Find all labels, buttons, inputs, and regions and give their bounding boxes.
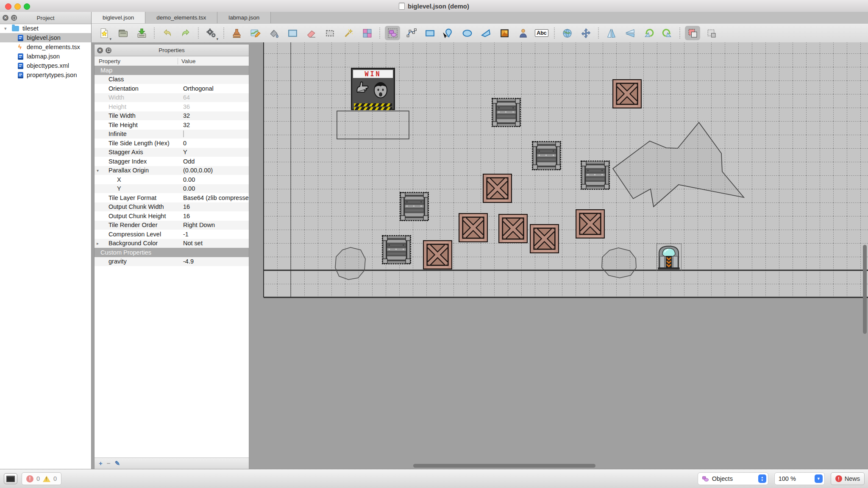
- wood-crate-tile[interactable]: [423, 240, 452, 269]
- shape-fill-button[interactable]: [285, 26, 300, 40]
- metal-crate-tile[interactable]: [532, 141, 561, 170]
- property-row-Stagger Index[interactable]: Stagger IndexOdd: [95, 157, 249, 166]
- float-icon[interactable]: [106, 47, 111, 53]
- insert-point-button[interactable]: [441, 26, 456, 40]
- property-value[interactable]: 16: [179, 203, 249, 210]
- tab-labmap.json[interactable]: labmap.json: [217, 12, 271, 23]
- property-row-Tile Width[interactable]: Tile Width32: [95, 111, 249, 121]
- property-value[interactable]: (0.00,0.00): [179, 167, 249, 174]
- property-value[interactable]: 32: [179, 112, 249, 119]
- wood-crate-tile[interactable]: [530, 224, 559, 253]
- zoom-dropdown[interactable]: 100 % ▼: [774, 472, 825, 485]
- news-button[interactable]: ! News: [831, 472, 865, 485]
- wood-crate-tile[interactable]: [612, 79, 642, 108]
- property-row-Height[interactable]: Height36: [95, 102, 249, 111]
- select-same-tile-button[interactable]: [359, 26, 375, 40]
- tree-item-objecttypes.xml[interactable]: objecttypes.xml: [0, 61, 91, 70]
- property-row-Output Chunk Height[interactable]: Output Chunk Height16: [95, 211, 249, 221]
- property-value[interactable]: Not set: [179, 240, 249, 247]
- rect-select-button[interactable]: [322, 26, 337, 40]
- property-row-Tile Layer Format[interactable]: Tile Layer FormatBase64 (zlib compresse…: [95, 193, 249, 202]
- insert-template-button[interactable]: [515, 26, 531, 40]
- wood-crate-tile[interactable]: [498, 214, 528, 243]
- property-value[interactable]: [179, 130, 249, 137]
- terrain-brush-button[interactable]: [248, 26, 263, 40]
- chevron-right-icon[interactable]: ▸: [95, 241, 103, 246]
- property-value[interactable]: 36: [179, 103, 249, 110]
- tab-demo_elements.tsx[interactable]: demo_elements.tsx: [145, 12, 217, 23]
- tree-item-tileset[interactable]: ▾tileset: [0, 24, 91, 33]
- insert-ellipse-button[interactable]: [459, 26, 475, 40]
- tree-item-labmap.json[interactable]: labmap.json: [0, 52, 91, 61]
- property-row-Infinite[interactable]: Infinite: [95, 130, 249, 139]
- redo-button[interactable]: [178, 26, 193, 40]
- edit-property-button[interactable]: ✎: [115, 460, 120, 467]
- close-icon[interactable]: ✕: [3, 15, 8, 21]
- wood-crate-tile[interactable]: [459, 213, 488, 242]
- new-file-button[interactable]: ▾: [97, 26, 112, 40]
- property-row-Compression Level[interactable]: Compression Level-1: [95, 230, 249, 239]
- property-row-Background Color[interactable]: ▸Background ColorNot set: [95, 239, 249, 248]
- tree-item-biglevel.json[interactable]: biglevel.json: [0, 33, 91, 42]
- property-value[interactable]: -1: [179, 231, 249, 238]
- property-row-Orientation[interactable]: OrientationOrthogonal: [95, 84, 249, 93]
- edit-polygons-button[interactable]: [403, 26, 419, 40]
- property-row-Tile Height[interactable]: Tile Height32: [95, 120, 249, 130]
- stamp-brush-button[interactable]: [229, 26, 244, 40]
- float-icon[interactable]: [11, 15, 17, 21]
- layer-selector-dropdown[interactable]: Objects ▲▼: [698, 472, 768, 485]
- property-value[interactable]: 0: [179, 140, 249, 147]
- property-value[interactable]: 32: [179, 122, 249, 128]
- tree-item-demo_elements.tsx[interactable]: demo_elements.tsx: [0, 42, 91, 52]
- property-value[interactable]: 0.00: [179, 176, 249, 183]
- move-maps-button[interactable]: [578, 26, 593, 40]
- ellipse-object-2[interactable]: [602, 248, 636, 278]
- metal-crate-tile[interactable]: [581, 161, 610, 190]
- property-value[interactable]: -4.9: [179, 258, 249, 265]
- vertical-scrollbar[interactable]: [863, 245, 867, 334]
- portal-tile[interactable]: [658, 245, 680, 271]
- automapping-button[interactable]: ▾: [203, 26, 219, 40]
- property-row-Class[interactable]: Class: [95, 75, 249, 84]
- select-objects-button[interactable]: [385, 26, 400, 40]
- property-row-Tile Side Length (Hex)[interactable]: Tile Side Length (Hex)0: [95, 139, 249, 148]
- property-value[interactable]: 0.00: [179, 185, 249, 192]
- issues-counter[interactable]: ! 0 0: [22, 472, 61, 485]
- metal-crate-tile[interactable]: [400, 192, 429, 221]
- tab-biglevel.json[interactable]: biglevel.json: [92, 12, 145, 23]
- property-row-Tile Render Order[interactable]: Tile Render OrderRight Down: [95, 221, 249, 230]
- open-file-button[interactable]: [115, 26, 131, 40]
- property-value[interactable]: Odd: [179, 158, 249, 165]
- flip-vertical-button[interactable]: [622, 26, 637, 40]
- magic-wand-button[interactable]: [341, 26, 356, 40]
- property-row-Y[interactable]: Y0.00: [95, 184, 249, 194]
- horizontal-scrollbar[interactable]: [413, 464, 595, 468]
- rotate-right-button[interactable]: [659, 26, 675, 40]
- rotate-left-button[interactable]: [641, 26, 656, 40]
- save-file-button[interactable]: [134, 26, 149, 40]
- chevron-down-icon[interactable]: ▾: [4, 26, 9, 31]
- dropdown-chevron-icon[interactable]: ▾: [109, 37, 111, 41]
- console-toggle-button[interactable]: [4, 473, 17, 484]
- property-row-Output Chunk Width[interactable]: Output Chunk Width16: [95, 202, 249, 212]
- eraser-button[interactable]: [303, 26, 319, 40]
- remove-property-button[interactable]: −: [107, 460, 111, 467]
- property-row-gravity[interactable]: gravity-4.9: [95, 257, 249, 266]
- insert-text-button[interactable]: Abc: [534, 26, 549, 40]
- close-icon[interactable]: ✕: [97, 47, 103, 53]
- chevron-down-icon[interactable]: ▾: [95, 168, 103, 173]
- metal-crate-tile[interactable]: [492, 98, 521, 127]
- undo-button[interactable]: [159, 26, 175, 40]
- show-tile-collisions-button[interactable]: [704, 26, 719, 40]
- property-row-Stagger Axis[interactable]: Stagger AxisY: [95, 148, 249, 157]
- bucket-fill-button[interactable]: [266, 26, 281, 40]
- property-value[interactable]: Base64 (zlib compresse…: [179, 194, 249, 201]
- tree-item-propertytypes.json[interactable]: propertytypes.json: [0, 70, 91, 80]
- add-property-button[interactable]: +: [99, 460, 103, 467]
- property-row-Width[interactable]: Width64: [95, 93, 249, 103]
- property-value[interactable]: Orthogonal: [179, 85, 249, 92]
- property-row-X[interactable]: X0.00: [95, 175, 249, 184]
- win-sign-tile[interactable]: WIN: [351, 68, 395, 110]
- property-value[interactable]: 16: [179, 213, 249, 219]
- property-row-Parallax Origin[interactable]: ▾Parallax Origin(0.00,0.00): [95, 166, 249, 175]
